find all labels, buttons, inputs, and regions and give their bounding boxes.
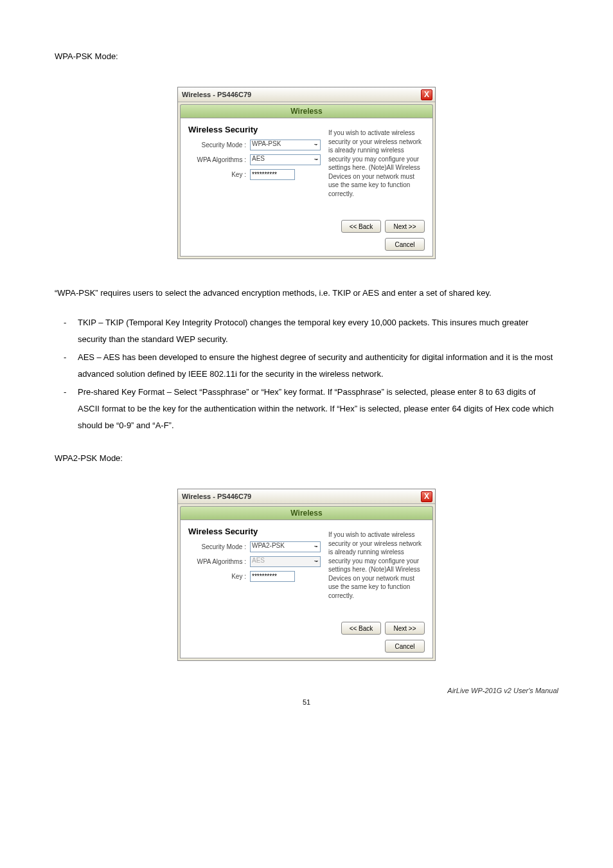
security-mode-select[interactable]: WPA2-PSK	[250, 541, 321, 552]
list-item: Pre-shared Key Format – Select “Passphra…	[55, 384, 558, 434]
cancel-button[interactable]: Cancel	[385, 640, 425, 653]
paragraph-wpa-psk: “WPA-PSK” requires users to select the a…	[55, 285, 558, 302]
close-icon[interactable]: X	[421, 491, 432, 502]
wpa-algorithms-select[interactable]: AES	[250, 154, 321, 165]
back-button[interactable]: << Back	[341, 220, 381, 233]
dialog-wpa2-psk: Wireless - PS446C79 X Wireless Wireless …	[177, 489, 436, 661]
heading-wpa-psk: WPA-PSK Mode:	[55, 51, 558, 61]
dialog-title: Wireless - PS446C79	[182, 493, 251, 500]
next-button[interactable]: Next >>	[385, 220, 425, 233]
key-label: Key :	[188, 171, 250, 178]
tab-strip: Wireless	[178, 102, 435, 118]
help-text: If you wish to activate wireless securit…	[328, 125, 425, 198]
wpa-algorithms-label: WPA Algorithms :	[188, 558, 250, 565]
dialog-body: Wireless Security Security Mode : WPA2-P…	[180, 520, 433, 658]
help-text: If you wish to activate wireless securit…	[328, 527, 425, 600]
bullet-list: TKIP – TKIP (Temporal Key Integrity Prot…	[55, 314, 558, 434]
security-mode-label: Security Mode :	[188, 543, 250, 550]
form-area: Wireless Security Security Mode : WPA2-P…	[188, 527, 328, 600]
footer-text: AirLive WP-201G v2 User's Manual	[55, 687, 558, 694]
key-input[interactable]	[250, 169, 295, 180]
wpa-algorithms-label: WPA Algorithms :	[188, 156, 250, 163]
close-icon[interactable]: X	[421, 89, 432, 100]
tab-wireless[interactable]: Wireless	[180, 506, 433, 520]
form-area: Wireless Security Security Mode : WPA-PS…	[188, 125, 328, 198]
wpa-algorithms-select: AES	[250, 556, 321, 567]
tab-strip: Wireless	[178, 504, 435, 520]
back-button[interactable]: << Back	[341, 622, 381, 635]
security-mode-select[interactable]: WPA-PSK	[250, 140, 321, 150]
dialog-titlebar: Wireless - PS446C79 X	[178, 489, 435, 504]
heading-wpa2-psk: WPA2-PSK Mode:	[55, 453, 558, 463]
key-input[interactable]	[250, 571, 295, 582]
key-label: Key :	[188, 573, 250, 580]
dialog-titlebar: Wireless - PS446C79 X	[178, 87, 435, 102]
dialog-body: Wireless Security Security Mode : WPA-PS…	[180, 118, 433, 257]
security-mode-label: Security Mode :	[188, 141, 250, 149]
dialog-wpa-psk: Wireless - PS446C79 X Wireless Wireless …	[177, 87, 436, 259]
tab-wireless[interactable]: Wireless	[180, 104, 433, 118]
page-number: 51	[55, 698, 558, 706]
wireless-security-heading: Wireless Security	[188, 125, 328, 134]
list-item: AES – AES has been developed to ensure t…	[55, 349, 558, 383]
wireless-security-heading: Wireless Security	[188, 527, 328, 536]
dialog-title: Wireless - PS446C79	[182, 91, 251, 98]
cancel-button[interactable]: Cancel	[385, 238, 425, 251]
next-button[interactable]: Next >>	[385, 622, 425, 635]
list-item: TKIP – TKIP (Temporal Key Integrity Prot…	[55, 314, 558, 348]
